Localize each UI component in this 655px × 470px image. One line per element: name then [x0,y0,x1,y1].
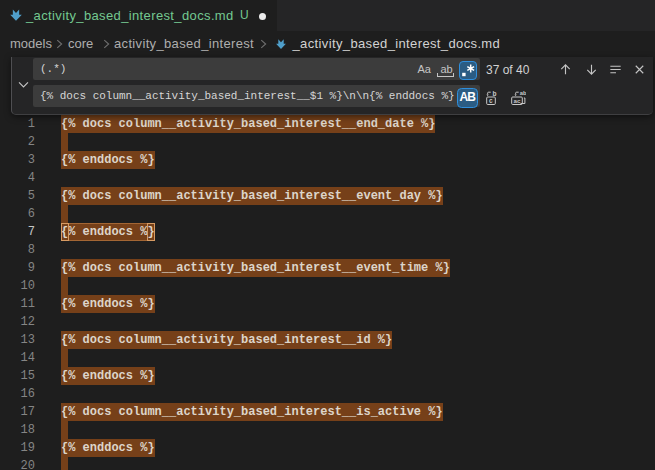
svg-text:b: b [493,91,497,97]
svg-text:ac: ac [514,97,521,104]
svg-text:ab: ab [520,91,526,96]
svg-text:c: c [489,97,493,104]
